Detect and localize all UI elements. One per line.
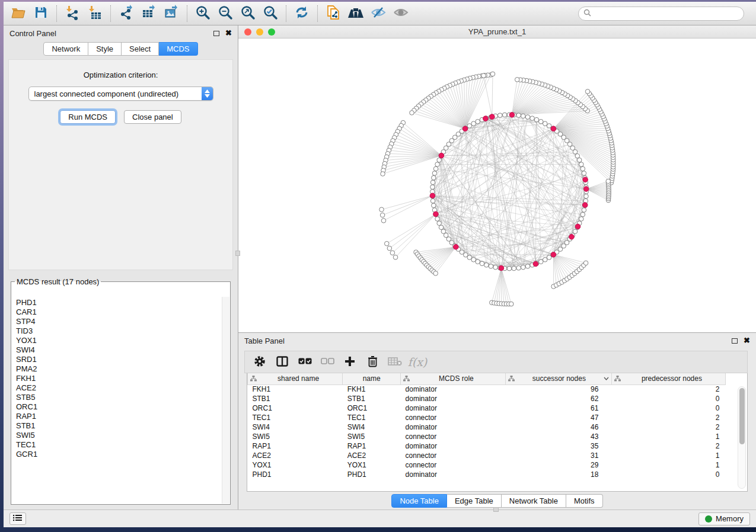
open-file-button[interactable] — [7, 4, 30, 23]
import-network-button[interactable] — [61, 4, 84, 23]
table-cell[interactable]: 2 — [611, 413, 725, 422]
table-row[interactable]: PHD1PHD1dominator180 — [248, 470, 726, 479]
function-builder-button[interactable]: f(x) — [407, 353, 428, 371]
mcds-node-item[interactable]: ACE2 — [16, 383, 229, 393]
close-panel-icon[interactable]: ✖ — [225, 30, 232, 36]
table-cell[interactable]: 0 — [611, 470, 725, 479]
table-cell[interactable]: YOX1 — [248, 460, 343, 470]
table-cell[interactable]: RAP1 — [248, 441, 343, 451]
memory-button[interactable]: Memory — [698, 512, 750, 525]
column-header-mcds-role[interactable]: MCDS role — [401, 373, 506, 384]
table-cell[interactable]: 2 — [611, 422, 725, 432]
table-cell[interactable]: 35 — [505, 441, 611, 451]
new-network-from-selection-button[interactable] — [322, 4, 344, 23]
table-row[interactable]: ACE2ACE2connector311 — [248, 451, 726, 460]
mcds-node-item[interactable]: PMA2 — [16, 364, 229, 374]
table-cell[interactable]: YOX1 — [343, 460, 401, 470]
mcds-node-item[interactable]: YOX1 — [16, 336, 229, 345]
mcds-node-item[interactable]: STP4 — [16, 317, 229, 326]
mcds-node-item[interactable]: SWI5 — [16, 431, 229, 440]
column-header-name[interactable]: name — [343, 373, 401, 384]
table-row[interactable]: TEC1TEC1connector472 — [248, 413, 726, 422]
tab-edge-table[interactable]: Edge Table — [447, 494, 502, 508]
mcds-node-item[interactable]: TID3 — [16, 326, 229, 336]
table-cell[interactable]: 43 — [505, 432, 611, 441]
table-row[interactable]: SWI5SWI5connector431 — [248, 432, 726, 441]
search-input[interactable] — [595, 9, 739, 18]
table-cell[interactable]: ORC1 — [248, 403, 343, 413]
split-view-button[interactable] — [272, 353, 292, 371]
tab-select[interactable]: Select — [122, 42, 159, 56]
column-header-shared-name[interactable]: shared name — [248, 373, 343, 384]
mcds-node-item[interactable]: TEC1 — [16, 440, 229, 450]
unselect-all-button[interactable] — [317, 353, 337, 371]
table-cell[interactable]: ORC1 — [343, 403, 401, 413]
table-row[interactable]: YOX1YOX1connector291 — [248, 460, 726, 470]
mcds-list-scrollbar[interactable] — [222, 297, 229, 504]
table-cell[interactable]: dominator — [401, 441, 506, 451]
table-cell[interactable]: connector — [401, 413, 506, 422]
table-cell[interactable]: STB1 — [248, 394, 343, 403]
horizontal-splitter-handle[interactable] — [493, 507, 499, 512]
table-cell[interactable]: SWI4 — [248, 422, 343, 432]
mcds-node-item[interactable]: GCR1 — [16, 450, 229, 459]
table-cell[interactable]: 96 — [505, 384, 611, 394]
table-row[interactable]: ORC1ORC1dominator610 — [248, 403, 726, 413]
run-mcds-button[interactable]: Run MCDS — [60, 110, 116, 124]
mcds-node-item[interactable]: FKH1 — [16, 374, 229, 383]
table-cell[interactable]: TEC1 — [248, 413, 343, 422]
first-neighbors-button[interactable] — [344, 4, 367, 23]
mcds-node-item[interactable]: SRD1 — [16, 355, 229, 364]
zoom-fit-button[interactable] — [237, 4, 259, 23]
table-cell[interactable]: dominator — [401, 384, 506, 394]
table-cell[interactable]: FKH1 — [248, 384, 343, 394]
select-all-button[interactable] — [295, 353, 315, 371]
table-scrollbar-thumb[interactable] — [739, 388, 745, 444]
mcds-node-item[interactable]: STB5 — [16, 393, 229, 402]
table-cell[interactable]: 2 — [611, 441, 725, 451]
zoom-in-button[interactable] — [192, 4, 214, 23]
tab-motifs[interactable]: Motifs — [566, 494, 603, 508]
tab-style[interactable]: Style — [88, 42, 122, 56]
table-cell[interactable]: 47 — [505, 413, 611, 422]
mcds-node-item[interactable]: SWI4 — [16, 345, 229, 355]
table-cell[interactable]: 61 — [505, 403, 611, 413]
mcds-node-item[interactable]: CAR1 — [16, 307, 229, 317]
table-cell[interactable]: 1 — [611, 460, 725, 470]
export-table-button[interactable] — [138, 4, 160, 23]
table-cell[interactable]: 0 — [611, 394, 725, 403]
add-column-button[interactable] — [340, 353, 360, 371]
vertical-splitter-handle[interactable] — [235, 251, 240, 256]
network-window-titlebar[interactable]: YPA_prune.txt_1 — [238, 25, 756, 39]
zoom-selected-button[interactable] — [259, 4, 282, 23]
table-cell[interactable]: 2 — [611, 384, 725, 394]
delete-table-button[interactable] — [385, 353, 405, 371]
table-cell[interactable]: 0 — [611, 403, 725, 413]
delete-column-button[interactable] — [362, 353, 382, 371]
tab-node-table[interactable]: Node Table — [391, 494, 447, 508]
table-row[interactable]: RAP1RAP1dominator352 — [248, 441, 726, 451]
column-header-predecessor-nodes[interactable]: predecessor nodes — [611, 373, 725, 384]
optimization-criterion-select[interactable]: largest connected component (undirected) — [28, 86, 213, 101]
mcds-node-item[interactable]: PHD1 — [16, 298, 229, 307]
table-cell[interactable]: connector — [401, 432, 506, 441]
table-cell[interactable]: 1 — [611, 432, 725, 441]
table-cell[interactable]: dominator — [401, 422, 506, 432]
table-cell[interactable]: dominator — [401, 403, 506, 413]
table-cell[interactable]: STB1 — [343, 394, 401, 403]
table-cell[interactable]: dominator — [401, 394, 506, 403]
table-cell[interactable]: PHD1 — [248, 470, 343, 479]
table-cell[interactable]: 31 — [505, 451, 611, 460]
table-cell[interactable]: ACE2 — [343, 451, 401, 460]
import-table-button[interactable] — [84, 4, 106, 23]
tab-mcds[interactable]: MCDS — [159, 42, 197, 56]
float-panel-icon[interactable] — [213, 31, 219, 36]
table-cell[interactable]: FKH1 — [343, 384, 401, 394]
zoom-out-button[interactable] — [214, 4, 237, 23]
table-cell[interactable]: 46 — [505, 422, 611, 432]
table-row[interactable]: STB1STB1dominator620 — [248, 394, 726, 403]
float-table-panel-icon[interactable] — [732, 338, 738, 344]
tab-network-table[interactable]: Network Table — [502, 494, 566, 508]
table-scrollbar[interactable] — [738, 386, 746, 489]
table-cell[interactable]: SWI4 — [343, 422, 401, 432]
